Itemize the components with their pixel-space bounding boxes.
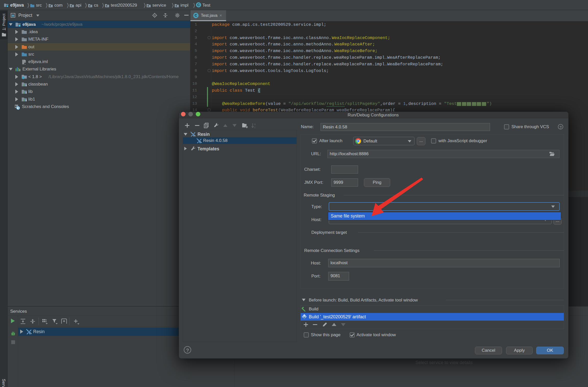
svg-text:z: z — [254, 126, 255, 129]
svg-text:a: a — [254, 123, 256, 126]
